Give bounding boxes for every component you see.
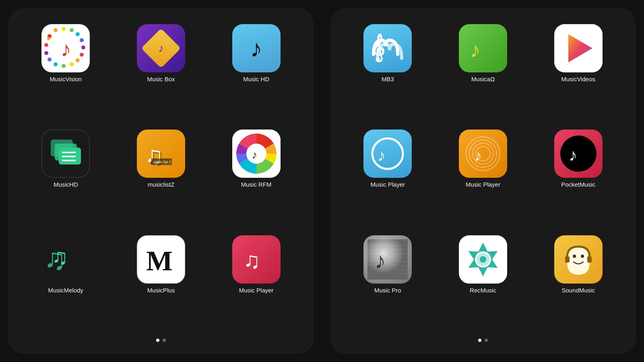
svg-text:M: M bbox=[146, 245, 173, 276]
app-musicplayer-blue[interactable]: ♪ Music Player bbox=[342, 130, 433, 227]
musicplus-label: MusicPlus bbox=[147, 287, 175, 294]
svg-point-11 bbox=[70, 62, 74, 66]
app-musicbox[interactable]: ♪ Music Box bbox=[116, 24, 207, 121]
musicrfm-icon: ♪ bbox=[232, 130, 281, 178]
soundmusic-icon bbox=[554, 235, 603, 284]
svg-point-13 bbox=[54, 62, 58, 66]
svg-text:♪: ♪ bbox=[569, 146, 577, 165]
svg-text:music list Z: music list Z bbox=[153, 160, 171, 164]
svg-point-16 bbox=[44, 43, 48, 47]
svg-point-47 bbox=[560, 136, 597, 172]
svg-point-6 bbox=[76, 32, 80, 36]
app-pocketmusic[interactable]: ♪ PocketMusic bbox=[533, 130, 624, 227]
svg-text:♪: ♪ bbox=[378, 146, 386, 164]
diamond-shape: ♪ bbox=[141, 29, 181, 68]
right-panel: 𝄞 MB3 ♪ MusicaΩ bbox=[330, 8, 636, 354]
musichd-dark-icon bbox=[41, 130, 90, 178]
right-apps-grid: 𝄞 MB3 ♪ MusicaΩ bbox=[342, 24, 624, 333]
left-panel: ♪ bbox=[8, 8, 314, 354]
svg-point-3 bbox=[54, 28, 58, 32]
svg-text:♪: ♪ bbox=[474, 147, 482, 164]
left-dot-1 bbox=[156, 339, 159, 342]
app-musichd-blue[interactable]: ♪ Music HD bbox=[211, 24, 302, 121]
musicbox-label: Music Box bbox=[147, 76, 175, 82]
pocketmusic-label: PocketMusic bbox=[561, 181, 595, 188]
svg-point-4 bbox=[62, 27, 66, 31]
svg-point-42 bbox=[466, 137, 500, 171]
svg-rect-66 bbox=[565, 256, 570, 263]
musicmelody-label: MusicMelody bbox=[48, 287, 84, 294]
svg-point-64 bbox=[573, 255, 576, 258]
svg-point-9 bbox=[80, 53, 84, 57]
app-musicplayer-red[interactable]: ♫ Music Player bbox=[211, 235, 302, 333]
svg-point-15 bbox=[44, 51, 48, 55]
svg-text:♪: ♪ bbox=[252, 148, 257, 161]
app-screen: ♪ bbox=[0, 0, 644, 362]
recmusic-label: RecMusic bbox=[470, 287, 496, 294]
left-dots bbox=[20, 337, 302, 342]
app-musicvideos[interactable]: MusicVideos bbox=[533, 24, 624, 121]
right-dots bbox=[342, 337, 624, 342]
musicaomega-icon: ♪ bbox=[459, 24, 507, 72]
musicvideos-icon bbox=[554, 24, 603, 72]
app-soundmusic[interactable]: SoundMusic bbox=[533, 235, 624, 333]
right-dot-1 bbox=[478, 339, 481, 342]
musicplayer-orange-label: Music Player bbox=[466, 181, 500, 188]
diamond-note: ♪ bbox=[158, 42, 164, 55]
svg-point-10 bbox=[76, 58, 80, 62]
left-dot-2 bbox=[163, 339, 166, 342]
svg-rect-67 bbox=[587, 256, 592, 263]
musicpro-label: Music Pro bbox=[374, 287, 401, 294]
musicmelody-icon: ♫ ♫ bbox=[41, 235, 90, 284]
svg-point-14 bbox=[47, 58, 52, 62]
svg-point-5 bbox=[70, 28, 74, 32]
left-apps-grid: ♪ bbox=[20, 24, 302, 333]
svg-point-12 bbox=[62, 64, 66, 68]
musiclistz-icon: ♫ ♫ music list Z bbox=[137, 130, 185, 178]
musicplayer-blue-icon: ♪ bbox=[363, 130, 412, 178]
soundmusic-label: SoundMusic bbox=[561, 287, 595, 294]
svg-point-62 bbox=[480, 256, 486, 263]
musicvideos-label: MusicVideos bbox=[561, 76, 595, 82]
musiclistz-label: musiclistZ bbox=[148, 181, 175, 188]
musicplayer-red-icon: ♫ bbox=[232, 235, 281, 284]
app-mb3[interactable]: 𝄞 MB3 bbox=[342, 24, 433, 121]
app-musicvision[interactable]: ♪ bbox=[20, 24, 111, 121]
recmusic-icon bbox=[459, 235, 507, 284]
musicvision-label: MusicVision bbox=[50, 76, 82, 82]
musicplayer-orange-icon: ♪ bbox=[459, 130, 507, 178]
app-musicplus[interactable]: M MusicPlus bbox=[116, 235, 207, 333]
musichd-blue-icon: ♪ bbox=[232, 24, 281, 72]
svg-point-7 bbox=[80, 38, 84, 42]
musicrfm-label: Music RFM bbox=[241, 181, 272, 188]
app-musicplayer-orange[interactable]: ♪ Music Player bbox=[438, 130, 529, 227]
app-musicpro[interactable]: ♪ Music Pro bbox=[342, 235, 433, 333]
app-musicaomega[interactable]: ♪ MusicaΩ bbox=[438, 24, 529, 121]
app-musicmelody[interactable]: ♫ ♫ MusicMelody bbox=[20, 235, 111, 333]
app-musiclistz[interactable]: ♫ ♫ music list Z musiclistZ bbox=[116, 130, 207, 227]
musicplayer-blue-label: Music Player bbox=[370, 181, 405, 188]
svg-point-40 bbox=[372, 138, 403, 169]
right-dot-2 bbox=[485, 339, 488, 342]
svg-text:♫: ♫ bbox=[52, 244, 68, 269]
svg-point-65 bbox=[581, 255, 584, 258]
musichd-dark-label: MusicHD bbox=[54, 181, 78, 188]
app-musicrfm[interactable]: ♪ Music RFM bbox=[211, 130, 302, 227]
pocketmusic-icon: ♪ bbox=[554, 130, 603, 178]
svg-point-43 bbox=[469, 140, 497, 167]
musicvision-icon: ♪ bbox=[41, 24, 90, 72]
musichd-blue-label: Music HD bbox=[243, 76, 269, 82]
app-recmusic[interactable]: RecMusic bbox=[438, 235, 529, 333]
svg-point-8 bbox=[81, 45, 85, 49]
musicplayer-red-label: Music Player bbox=[239, 287, 274, 294]
musicplus-icon: M bbox=[137, 235, 185, 284]
musicaomega-label: MusicaΩ bbox=[471, 76, 495, 82]
musicpro-icon: ♪ bbox=[363, 235, 412, 284]
musicbox-icon: ♪ bbox=[137, 24, 185, 72]
mb3-label: MB3 bbox=[382, 76, 394, 82]
svg-text:♪: ♪ bbox=[375, 248, 386, 273]
app-musichd-dark[interactable]: MusicHD bbox=[20, 130, 111, 227]
svg-text:♫: ♫ bbox=[244, 248, 260, 273]
svg-text:♪: ♪ bbox=[61, 37, 71, 61]
svg-point-17 bbox=[47, 37, 50, 40]
